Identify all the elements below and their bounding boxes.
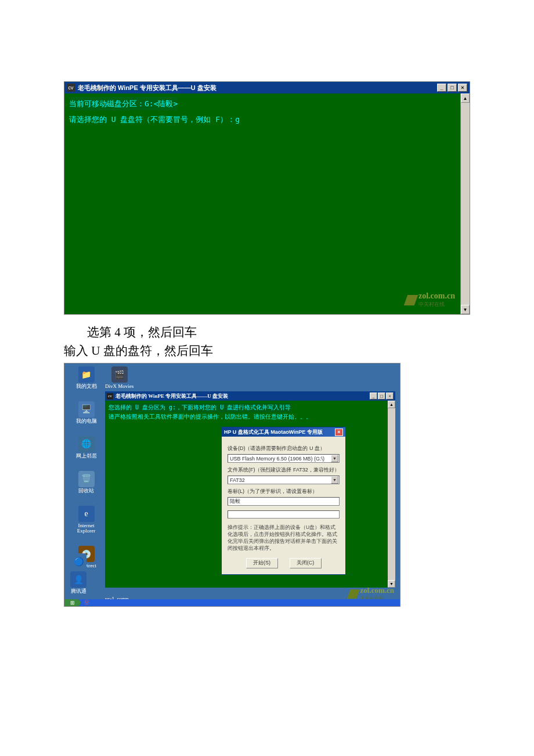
zol-logo-icon <box>404 295 418 305</box>
scroll-up-icon[interactable]: ▲ <box>461 93 470 103</box>
volume-input[interactable]: 陆毅 <box>228 497 340 506</box>
close-button[interactable]: × <box>458 84 467 92</box>
start-button[interactable]: 开始(S) <box>246 558 278 568</box>
folder-icon: 📁 <box>78 366 95 383</box>
console-output: 当前可移动磁盘分区：G:<陆毅> 请选择您的 U 盘盘符（不需要冒号，例如 F）… <box>64 93 460 314</box>
device-dropdown[interactable]: USB Flash Memory 6.50 (1906 MB) (G:\) ▼ <box>228 454 340 463</box>
dialog-hint: 操作提示：正确选择上面的设备（U盘）和格式化选项后，点击开始按钮执行格式化操作。… <box>228 524 340 552</box>
dialog-title: HP U 盘格式化工具 MaotaoWinPE 专用版 <box>224 429 335 436</box>
ie-icon: e <box>78 506 95 522</box>
device-label: 设备(D)（请选择需要制作启动盘的 U 盘） <box>228 445 340 452</box>
recycle-icon: 🗑️ <box>78 471 95 487</box>
screenshot-console-window: cv 老毛桃制作的 WinPE 专用安装工具——U 盘安装 _ □ × 当前可移… <box>64 81 470 315</box>
titlebar: cv 老毛桃制作的 WinPE 专用安装工具——U 盘安装 _ □ × <box>64 82 470 93</box>
app-icon: 🔵 <box>70 553 86 570</box>
scroll-down-icon[interactable]: ▼ <box>461 305 470 314</box>
window-icon: cv <box>107 393 113 399</box>
close-button[interactable]: × <box>386 393 394 399</box>
window-icon: cv <box>67 84 75 92</box>
desktop-icon-divx[interactable]: 🎬 DivX Movies <box>105 366 134 390</box>
mcafee-icon[interactable]: Ⓜ <box>84 599 89 607</box>
window-title: 老毛桃制作的 WinPE 专用安装工具——U 盘安装 <box>78 84 437 92</box>
console-line: 请选择您的 U 盘盘符（不需要冒号，例如 F）：g <box>69 113 456 126</box>
zol-logo-icon <box>347 589 360 599</box>
desktop-icon-network[interactable]: 🌐 网上邻居 <box>70 436 102 459</box>
minimize-button[interactable]: _ <box>437 84 446 92</box>
chevron-down-icon[interactable]: ▼ <box>331 455 338 462</box>
desktop-icon-recycle[interactable]: 🗑️ 回收站 <box>70 471 102 494</box>
maximize-button[interactable]: □ <box>378 393 385 399</box>
desktop-icon-other[interactable]: 🔵 <box>70 553 86 570</box>
computer-icon: 🖥️ <box>78 401 95 417</box>
dialog-titlebar: HP U 盘格式化工具 MaotaoWinPE 专用版 × <box>222 427 345 437</box>
extra-input[interactable] <box>228 510 340 519</box>
doc-instruction: 输入 U 盘的盘符，然后回车 <box>64 342 470 361</box>
titlebar: cv 老毛桃制作的 WinPE 专用安装工具——U 盘安装 _ □ × <box>105 391 395 401</box>
start-button[interactable]: ⊞ <box>64 599 81 606</box>
console-line: 请严格按照相关工具软件界面中的提示操作，以防出错。请按任意键开始。。。 <box>109 412 384 422</box>
taskbar[interactable]: ⊞ Ⓜ <box>64 599 400 606</box>
movie-icon: 🎬 <box>111 366 128 383</box>
desktop-icon-ie[interactable]: e Internet Explorer <box>70 506 102 535</box>
maximize-button[interactable]: □ <box>448 84 457 92</box>
network-icon: 🌐 <box>78 436 95 452</box>
scroll-up-icon[interactable]: ▲ <box>388 401 395 408</box>
desktop-icon-mycomputer[interactable]: 🖥️ 我的电脑 <box>70 401 102 424</box>
doc-instruction: 选第 4 项，然后回车 <box>64 323 470 342</box>
close-button[interactable]: × <box>335 429 343 436</box>
filesystem-dropdown[interactable]: FAT32 ▼ <box>228 476 340 484</box>
volume-label: 卷标(L)（为了便于标识，请设置卷标） <box>228 488 340 495</box>
window-title: 老毛桃制作的 WinPE 专用安装工具——U 盘安装 <box>116 393 370 400</box>
scrollbar[interactable]: ▲ ▼ <box>460 93 470 314</box>
filesystem-label: 文件系统(F)（强烈建议选择 FAT32，兼容性好） <box>228 466 340 474</box>
close-dialog-button[interactable]: 关闭(C) <box>290 558 322 568</box>
minimize-button[interactable]: _ <box>370 393 377 399</box>
console-line: 您选择的 U 盘分区为 g:，下面将对您的 U 盘进行格式化并写入引导 <box>109 403 291 412</box>
watermark: zol.com.cn 中关村在线 <box>406 291 455 308</box>
format-dialog: HP U 盘格式化工具 MaotaoWinPE 专用版 × 设备(D)（请选择需… <box>221 427 346 575</box>
windows-icon: ⊞ <box>70 600 75 606</box>
desktop-icon-mydocs[interactable]: 📁 我的文档 <box>70 366 102 390</box>
scrollbar[interactable]: ▲ ▼ <box>388 401 395 588</box>
console-line: 当前可移动磁盘分区：G:<陆毅> <box>69 97 178 110</box>
screenshot-desktop: 📁 我的文档 🖥️ 我的电脑 🌐 网上邻居 🗑️ 回收站 e Internet … <box>64 363 400 607</box>
console-window: cv 老毛桃制作的 WinPE 专用安装工具——U 盘安装 _ □ × 您选择的… <box>105 391 395 588</box>
chevron-down-icon[interactable]: ▼ <box>331 476 338 484</box>
